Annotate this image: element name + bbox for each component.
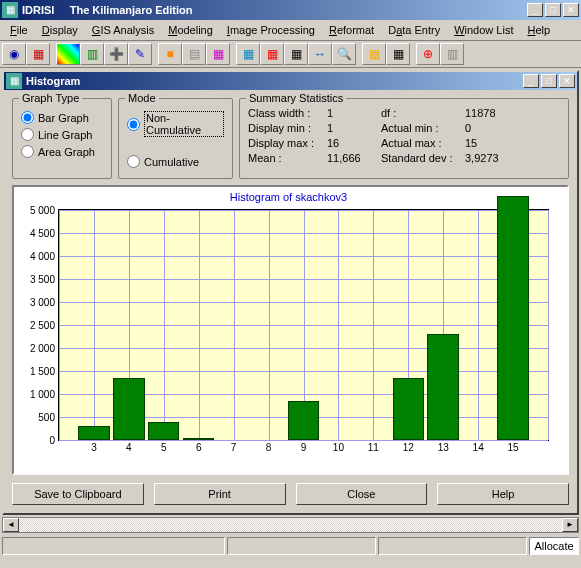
child-maximize-button[interactable]: □ bbox=[541, 74, 557, 88]
x-tick-label: 8 bbox=[266, 442, 272, 453]
app-icon: ▦ bbox=[2, 2, 18, 18]
menu-data[interactable]: Data Entry bbox=[382, 22, 446, 38]
x-tick-label: 4 bbox=[126, 442, 132, 453]
print-button[interactable]: Print bbox=[154, 483, 286, 505]
app-title: IDRISI The Kilimanjaro Edition bbox=[22, 4, 527, 16]
tool-14[interactable]: 🔍 bbox=[332, 43, 356, 65]
x-tick-label: 9 bbox=[301, 442, 307, 453]
histogram-window: ▦ Histogram _ □ ✕ Graph Type Bar Graph L… bbox=[2, 70, 579, 515]
help-button[interactable]: Help bbox=[437, 483, 569, 505]
statusbar: Allocate bbox=[0, 535, 581, 557]
app-edition: The Kilimanjaro Edition bbox=[70, 4, 193, 16]
y-tick-label: 4 500 bbox=[30, 228, 55, 239]
tool-8[interactable]: ▤ bbox=[182, 43, 206, 65]
stat-df-value: 11878 bbox=[465, 107, 515, 119]
save-clipboard-button[interactable]: Save to Clipboard bbox=[12, 483, 144, 505]
x-tick-label: 10 bbox=[333, 442, 344, 453]
scroll-right-button[interactable]: ► bbox=[562, 518, 578, 532]
histogram-bar bbox=[427, 334, 458, 440]
child-title: Histogram bbox=[26, 75, 523, 87]
app-name: IDRISI bbox=[22, 4, 54, 16]
menu-help[interactable]: Help bbox=[521, 22, 556, 38]
close-panel-button[interactable]: Close bbox=[296, 483, 428, 505]
menu-gis[interactable]: GIS Analysis bbox=[86, 22, 160, 38]
tool-4[interactable]: ▥ bbox=[80, 43, 104, 65]
tool-17[interactable]: ⊕ bbox=[416, 43, 440, 65]
y-tick-label: 2 500 bbox=[30, 320, 55, 331]
radio-bar-graph[interactable]: Bar Graph bbox=[21, 111, 103, 124]
y-tick-label: 0 bbox=[49, 435, 55, 446]
child-icon: ▦ bbox=[6, 73, 22, 89]
y-tick-label: 4 000 bbox=[30, 251, 55, 262]
radio-noncum-label: Non-Cumulative bbox=[144, 111, 224, 137]
stat-actmax-value: 15 bbox=[465, 137, 515, 149]
y-tick-label: 2 000 bbox=[30, 343, 55, 354]
tool-12[interactable]: ▦ bbox=[284, 43, 308, 65]
menubar: File Display GIS Analysis Modeling Image… bbox=[0, 20, 581, 41]
radio-noncumulative[interactable]: Non-Cumulative bbox=[127, 111, 224, 137]
menu-modeling[interactable]: Modeling bbox=[162, 22, 219, 38]
tool-7[interactable]: ■ bbox=[158, 43, 182, 65]
stat-std-value: 3,9273 bbox=[465, 152, 515, 164]
tool-2[interactable]: ▦ bbox=[26, 43, 50, 65]
close-button[interactable]: ✕ bbox=[563, 3, 579, 17]
histogram-bar bbox=[393, 378, 424, 440]
tool-18[interactable]: ▥ bbox=[440, 43, 464, 65]
menu-display[interactable]: Display bbox=[36, 22, 84, 38]
groupbox-mode-title: Mode bbox=[125, 92, 159, 104]
tool-6[interactable]: ✎ bbox=[128, 43, 152, 65]
tool-11[interactable]: ▦ bbox=[260, 43, 284, 65]
x-tick-label: 3 bbox=[91, 442, 97, 453]
horizontal-scrollbar[interactable]: ◄ ► bbox=[2, 517, 579, 533]
radio-line-label: Line Graph bbox=[38, 129, 92, 141]
radio-area-graph[interactable]: Area Graph bbox=[21, 145, 103, 158]
radio-bar-label: Bar Graph bbox=[38, 112, 89, 124]
tool-1[interactable]: ◉ bbox=[2, 43, 26, 65]
x-tick-label: 7 bbox=[231, 442, 237, 453]
tool-9[interactable]: ▦ bbox=[206, 43, 230, 65]
tool-5[interactable]: ➕ bbox=[104, 43, 128, 65]
tool-13[interactable]: ↔ bbox=[308, 43, 332, 65]
groupbox-graph-title: Graph Type bbox=[19, 92, 82, 104]
tool-3[interactable] bbox=[56, 43, 80, 65]
child-titlebar: ▦ Histogram _ □ ✕ bbox=[4, 72, 577, 90]
x-tick-label: 14 bbox=[473, 442, 484, 453]
tool-10[interactable]: ▦ bbox=[236, 43, 260, 65]
x-tick-label: 6 bbox=[196, 442, 202, 453]
maximize-button[interactable]: □ bbox=[545, 3, 561, 17]
histogram-bar bbox=[183, 438, 214, 440]
stat-std-label: Standard dev : bbox=[381, 152, 461, 164]
stat-mean-label: Mean : bbox=[248, 152, 323, 164]
histogram-bar bbox=[148, 422, 179, 440]
radio-cumulative[interactable]: Cumulative bbox=[127, 155, 224, 168]
status-cell-3 bbox=[378, 537, 527, 555]
minimize-button[interactable]: _ bbox=[527, 3, 543, 17]
groupbox-graph-type: Graph Type Bar Graph Line Graph Area Gra… bbox=[12, 98, 112, 179]
status-allocate: Allocate bbox=[529, 537, 579, 555]
chart-area: Histogram of skachkov3 05001 0001 5002 0… bbox=[12, 185, 569, 475]
histogram-bar bbox=[78, 426, 109, 440]
tool-16[interactable]: ▦ bbox=[386, 43, 410, 65]
main-titlebar: ▦ IDRISI The Kilimanjaro Edition _ □ ✕ bbox=[0, 0, 581, 20]
scroll-track[interactable] bbox=[19, 518, 562, 532]
plot-background: 05001 0001 5002 0002 5003 0003 5004 0004… bbox=[58, 209, 549, 441]
stat-actmin-label: Actual min : bbox=[381, 122, 461, 134]
menu-window[interactable]: Window List bbox=[448, 22, 519, 38]
y-tick-label: 5 000 bbox=[30, 205, 55, 216]
child-close-button[interactable]: ✕ bbox=[559, 74, 575, 88]
groupbox-stats-title: Summary Statistics bbox=[246, 92, 346, 104]
stat-mean-value: 11,666 bbox=[327, 152, 377, 164]
y-tick-label: 3 500 bbox=[30, 274, 55, 285]
menu-image[interactable]: Image Processing bbox=[221, 22, 321, 38]
tool-15[interactable]: ▦ bbox=[362, 43, 386, 65]
scroll-left-button[interactable]: ◄ bbox=[3, 518, 19, 532]
status-cell-1 bbox=[2, 537, 225, 555]
stat-dispmin-label: Display min : bbox=[248, 122, 323, 134]
radio-line-graph[interactable]: Line Graph bbox=[21, 128, 103, 141]
menu-reformat[interactable]: Reformat bbox=[323, 22, 380, 38]
stat-dispmax-value: 16 bbox=[327, 137, 377, 149]
status-cell-2 bbox=[227, 537, 376, 555]
menu-file[interactable]: File bbox=[4, 22, 34, 38]
child-minimize-button[interactable]: _ bbox=[523, 74, 539, 88]
y-tick-label: 3 000 bbox=[30, 297, 55, 308]
